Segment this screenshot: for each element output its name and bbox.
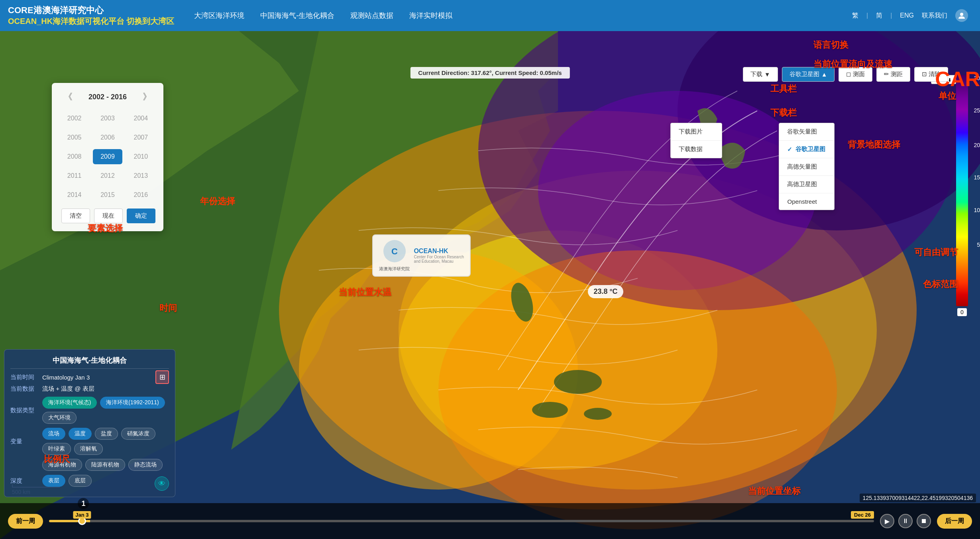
timeline-bar: Jan 3 Dec 26 [49,520,874,522]
lang-sep1: | [866,12,868,19]
color-scale: 30 25 20 15 10 5 0 [952,75,972,330]
year-cell-2006[interactable]: 2006 [93,130,122,145]
maptype-amap-satellite-label: 高德卫星图 [787,181,817,188]
year-cell-2007[interactable]: 2007 [126,130,155,145]
car-badge: CAR [935,67,980,91]
tag-land-org[interactable]: 陆源有机物 [85,459,125,471]
tag-flow[interactable]: 流场 [42,428,65,440]
header-left: CORE港澳海洋研究中心 OCEAN_HK海洋数据可视化平台 切换到大湾区 [0,5,182,27]
year-cell-2012[interactable]: 2012 [93,168,122,183]
year-cell-2004[interactable]: 2004 [126,111,155,126]
panel-grid-button[interactable]: ⊞ [155,370,169,384]
measure-dist-button[interactable]: ✏ 测距 [876,67,910,82]
tag-oxygen[interactable]: 溶解氧 [74,443,103,455]
header: CORE港澳海洋研究中心 OCEAN_HK海洋数据可视化平台 切换到大湾区 大湾… [0,0,980,31]
user-icon[interactable] [955,9,968,22]
svg-point-8 [299,250,578,490]
lang-simp[interactable]: 简 [876,12,882,20]
year-cell-2005[interactable]: 2005 [60,130,89,145]
tick-5: 5 [977,242,980,248]
maptype-amap-satellite[interactable]: 高德卫星图 [779,176,834,193]
year-next-button[interactable]: 》 [139,91,155,103]
measure-area-label: ◻ 测面 [846,71,864,78]
tag-climate[interactable]: 海洋环境(气候态) [42,397,97,409]
year-cell-2016[interactable]: 2016 [126,187,155,203]
timeline-current-label: Jan 3 [73,511,91,519]
maptype-google-satellite[interactable]: ✓ 谷歌卫星图 [779,141,834,158]
panel-eye-button[interactable]: 👁 [155,476,169,491]
panel-row-vars: 变量 流场 温度 盐度 硝氮浓度 叶绿素 溶解氧 [10,428,169,455]
tag-chlor[interactable]: 叶绿素 [42,443,71,455]
maptype-google-vector[interactable]: 谷歌矢量图 [779,123,834,141]
panel-time-value: Climatology Jan 3 [42,374,90,381]
panel-row-depth: 深度 表层 底层 [10,475,169,487]
lang-trad[interactable]: 繁 [852,12,858,20]
header-highlight-text[interactable]: 切换到大湾区 [126,17,174,26]
measure-area-button[interactable]: ◻ 测面 [839,67,872,82]
tick-10: 10 [974,207,980,213]
nav-item-realtime[interactable]: 海洋实时模拟 [409,11,452,20]
panel-depth-label: 深度 [10,477,38,485]
download-button-container: 下载 ▼ 下载图片 下载数据 [743,67,778,82]
timeline-track[interactable]: Jan 3 Dec 26 1 [49,513,874,529]
year-cell-2002[interactable]: 2002 [60,111,89,126]
color-gradient-bar [956,75,968,306]
data-panel: 中国海海气-生地化耦合 ⊞ 当前时间 Climatology Jan 3 当前数… [4,349,175,497]
download-image-item[interactable]: 下载图片 [671,123,722,141]
tag-surface[interactable]: 表层 [42,475,65,487]
maptype-label: 谷歌卫星图 [789,71,819,78]
panel-var-label: 变量 [10,438,38,445]
header-title-main: CORE港澳海洋研究中心 [8,5,174,16]
maptype-amap-vector[interactable]: 高德矢量图 [779,158,834,176]
year-confirm-button[interactable]: 确定 [127,209,155,223]
year-cell-2008[interactable]: 2008 [60,149,89,164]
year-clear-button[interactable]: 清空 [61,209,90,223]
maptype-google-satellite-label: 谷歌卫星图 [795,146,825,153]
nav-item-china-sea[interactable]: 中国海海气-生地化耦合 [260,11,334,20]
year-cell-2003[interactable]: 2003 [93,111,122,126]
timeline-end-label: Dec 26 [851,511,874,519]
year-cell-2011[interactable]: 2011 [60,168,89,183]
maptype-arrow-icon: ▲ [821,71,827,78]
download-button[interactable]: 下载 ▼ [743,67,778,82]
tag-static-flow[interactable]: 静态流场 [128,459,163,471]
year-cell-2014[interactable]: 2014 [60,187,89,203]
panel-var2-tags: 海源有机物 陆源有机物 静态流场 [42,459,163,471]
tag-temp[interactable]: 温度 [69,428,92,440]
tag-salt[interactable]: 盐度 [95,428,118,440]
next-week-button[interactable]: 后一周 [937,514,972,529]
svg-point-10 [532,402,568,418]
maptype-button[interactable]: 谷歌卫星图 ▲ [782,67,835,82]
svg-point-9 [554,370,602,394]
maptype-google-vector-label: 谷歌矢量图 [787,128,817,136]
contact-us[interactable]: 联系我们 [922,12,947,20]
tag-nitro[interactable]: 硝氮浓度 [121,428,155,440]
current-info-bar: Current Direction: 317.62°, Current Spee… [410,67,570,79]
stop-button[interactable]: ⏹ [917,514,931,528]
year-now-button[interactable]: 现在 [94,209,123,223]
map-logo: C 港澳海洋研究院 OCEAN-HK Center For Ocean Rese… [372,234,471,277]
temp-value: 23.8 °C [593,287,617,295]
maptype-openstreet[interactable]: Openstreet [779,193,834,210]
maptype-button-container: 谷歌卫星图 ▲ 谷歌矢量图 ✓ 谷歌卫星图 高德矢量图 高德卫星图 [782,67,835,82]
tag-bottom[interactable]: 底层 [69,475,92,487]
color-bar[interactable]: 30 25 20 15 10 5 [956,75,968,306]
year-cell-2009[interactable]: 2009 [93,149,122,164]
year-cell-2015[interactable]: 2015 [93,187,122,203]
year-prev-button[interactable]: 《 [60,91,77,103]
coords-value: 125.133937009314422,22.45199320504136 [863,495,973,501]
nav-item-obs[interactable]: 观测站点数据 [350,11,393,20]
lang-eng[interactable]: ENG [900,12,914,19]
tag-1992-2011[interactable]: 海洋环境(1992-2011) [100,397,165,409]
pause-button[interactable]: ⏸ [898,514,913,528]
year-cell-2010[interactable]: 2010 [126,149,155,164]
coordinates-bar: 125.133937009314422,22.45199320504136 [860,494,976,502]
year-cell-2013[interactable]: 2013 [126,168,155,183]
color-scale-min[interactable]: 0 [957,308,967,316]
download-data-item[interactable]: 下载数据 [671,141,722,158]
tag-atmos[interactable]: 大气环境 [42,412,77,424]
prev-week-button[interactable]: 前一周 [8,514,43,529]
play-button[interactable]: ▶ [880,514,894,528]
tag-marine-org[interactable]: 海源有机物 [42,459,82,471]
nav-item-bay[interactable]: 大湾区海洋环境 [194,11,244,20]
